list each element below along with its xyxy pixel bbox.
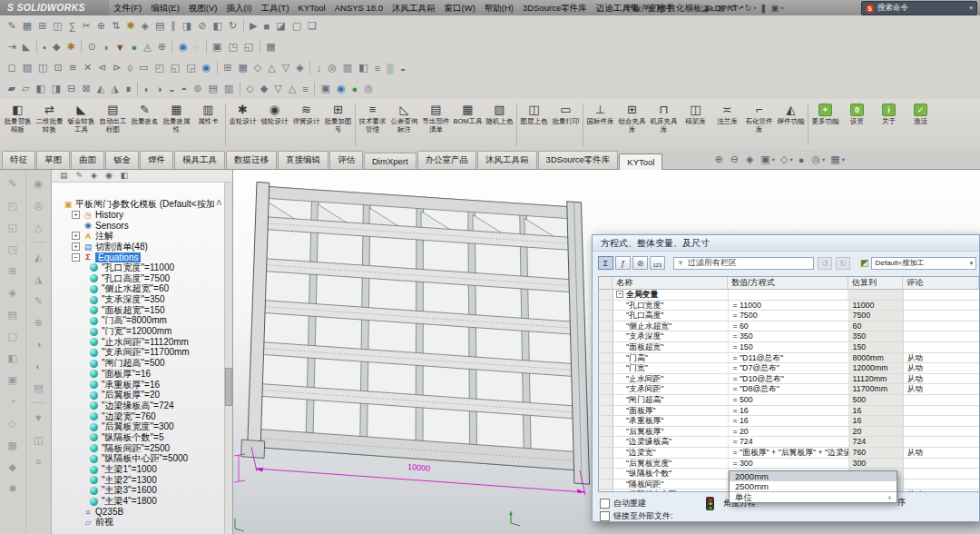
ribbon-button-随机上色[interactable]: ▧随机上色 xyxy=(484,102,515,126)
toolbar-icon[interactable]: ▣ xyxy=(8,369,17,391)
equation-name-cell[interactable]: "门宽" xyxy=(613,363,729,373)
ribbon-button-自动出工程图[interactable]: ▤自动出工程图 xyxy=(97,102,129,134)
toolbar-icon[interactable]: ▧ xyxy=(23,62,32,74)
equations-table[interactable]: 名称数值/方程式估算到评论−全局变量"孔口宽度"= 1100011000"孔口高… xyxy=(598,276,980,492)
tree-scrollbar[interactable] xyxy=(224,183,232,534)
ribbon-button-批量替换模板[interactable]: ◧批量替换模板 xyxy=(2,102,34,134)
ordered-view-button[interactable]: ₁₂₃ xyxy=(650,256,665,270)
comment-cell[interactable]: 从动 xyxy=(904,490,979,492)
comment-cell[interactable] xyxy=(904,331,979,341)
toolbar-icon[interactable]: ▤ xyxy=(208,83,217,94)
equation-value-cell[interactable]: = "D8@总布" xyxy=(729,384,848,394)
toolbar-icon[interactable]: ⊲ xyxy=(98,62,106,74)
toolbar-icon[interactable]: ⊳ xyxy=(113,62,121,74)
ribbon-button-更多功能[interactable]: +更多功能 xyxy=(809,102,841,126)
comment-cell[interactable]: 从动 xyxy=(904,374,979,384)
toolbar-icon[interactable]: ◎ xyxy=(34,194,43,216)
tree-item-front-plane[interactable]: ▱前视 xyxy=(52,518,225,529)
toolbar-icon[interactable]: ◧ xyxy=(35,83,44,94)
comment-cell[interactable] xyxy=(904,406,979,416)
toolbar-icon[interactable]: ◆ xyxy=(9,456,16,478)
tree-equation-item[interactable]: "承重板厚"=16 xyxy=(52,380,225,391)
toolbar-icon[interactable]: ■ xyxy=(264,21,270,32)
tab-钣金[interactable]: 钣金 xyxy=(105,151,139,169)
equation-row[interactable]: "门宽"= "D7@总布"12000mm从动 xyxy=(599,363,979,374)
toolbar-icon[interactable]: ▦ xyxy=(23,20,32,32)
equation-row[interactable]: "面板厚"= 1616 xyxy=(599,406,979,417)
toolbar-icon[interactable]: ◈ xyxy=(296,62,303,74)
view-tool-icon[interactable]: ◈ xyxy=(746,153,753,165)
undo-button[interactable]: ↺ xyxy=(818,257,832,270)
tree-equation-item[interactable]: "纵隔板个数"=5 xyxy=(52,432,225,443)
tab-KYTool[interactable]: KYTool xyxy=(619,153,662,170)
tree-equation-item[interactable]: "面板厚"=16 xyxy=(52,369,225,380)
toolbar-icon[interactable]: ⇅ xyxy=(112,20,120,32)
expander-icon[interactable]: + xyxy=(72,232,80,240)
toolbar-icon[interactable]: ✎ xyxy=(8,20,16,32)
toolbar-icon[interactable]: ❏ xyxy=(308,20,317,32)
scrollbar-thumb[interactable] xyxy=(225,368,232,406)
row-selector[interactable] xyxy=(599,448,613,458)
equation-row[interactable]: "边梁宽"= "面板厚" + "后翼板厚" + "边梁缘板高"760从动 xyxy=(599,448,979,459)
equation-row[interactable]: "门高"= "D11@总布"8000mm从动 xyxy=(599,353,979,364)
equation-value-cell[interactable]: = 16 xyxy=(729,406,848,416)
ribbon-button-批量打印[interactable]: ▭批量打印 xyxy=(550,102,582,126)
ribbon-button-国标件库[interactable]: ⊥国标件库 xyxy=(584,102,616,126)
comment-cell[interactable] xyxy=(904,342,979,352)
menu-item-插入(I)[interactable]: 插入(I) xyxy=(221,0,256,15)
toolbar-icon[interactable]: ⊟ xyxy=(67,83,75,94)
toolbar-icon[interactable]: ▦ xyxy=(8,434,17,456)
row-selector[interactable] xyxy=(599,459,613,469)
equation-value-cell[interactable]: = 150 xyxy=(729,342,848,352)
equation-name-cell[interactable]: "边梁宽" xyxy=(613,448,729,458)
row-selector[interactable] xyxy=(599,406,613,416)
toolbar-icon[interactable]: ◐ xyxy=(35,355,42,377)
ribbon-button-批量改属性[interactable]: ▦批量改属性 xyxy=(161,102,192,134)
equation-name-cell[interactable]: "面板厚" xyxy=(613,406,729,416)
comment-cell[interactable] xyxy=(904,459,979,469)
toolbar-icon[interactable]: ◓ xyxy=(181,84,188,94)
view-tool-icon[interactable]: ⊕ xyxy=(714,153,722,165)
toolbar-icon[interactable]: ● xyxy=(352,84,358,94)
tab-3DSource零件库[interactable]: 3DSource零件库 xyxy=(538,151,619,169)
toolbar-icon[interactable]: ◇ xyxy=(9,412,16,434)
toolbar-icon[interactable]: ▼ xyxy=(34,407,44,429)
expander-icon[interactable]: − xyxy=(72,253,80,262)
toolbar-icon[interactable]: ◨ xyxy=(52,83,61,94)
ribbon-button-钣金转换工具[interactable]: ◣钣金转换工具 xyxy=(65,102,97,134)
toolbar-icon[interactable]: ▤ xyxy=(155,20,164,32)
row-selector[interactable] xyxy=(599,321,613,331)
toolbar-icon[interactable]: ● xyxy=(132,42,138,53)
toolbar-icon[interactable]: ▥ xyxy=(343,62,352,74)
row-selector[interactable] xyxy=(599,480,613,490)
comment-cell[interactable] xyxy=(904,311,979,321)
row-selector[interactable] xyxy=(599,353,613,363)
view-tool-icon[interactable]: ▦ xyxy=(830,153,839,165)
equation-value-cell[interactable]: = 350 xyxy=(729,331,848,341)
toolbar-icon[interactable]: ≡ xyxy=(375,63,380,74)
toolbar-icon[interactable]: ◈ xyxy=(9,282,16,303)
toolbar-icon[interactable]: ▭ xyxy=(139,62,148,74)
ribbon-button-关于[interactable]: i关于 xyxy=(873,102,905,126)
toolbar-icon[interactable]: ↻ xyxy=(229,20,237,32)
menu-item-视图(V)[interactable]: 视图(V) xyxy=(184,0,222,15)
toolbar-icon[interactable]: ⊙ xyxy=(88,41,96,53)
menu-item-KYTool[interactable]: KYTool xyxy=(294,0,330,15)
column-header-名称[interactable]: 名称 xyxy=(612,277,728,289)
toolbar-icon[interactable]: ◪ xyxy=(276,20,285,32)
toolbar-icon[interactable]: △ xyxy=(289,83,296,94)
quick-access-icon[interactable]: ❚ xyxy=(760,3,768,13)
panel-tab-icon[interactable]: ▤ xyxy=(60,171,68,180)
toolbar-icon[interactable]: ◌ xyxy=(194,42,201,53)
menu-item-帮助(H)[interactable]: 帮助(H) xyxy=(480,0,518,15)
toolbar-icon[interactable]: ◬ xyxy=(143,41,151,53)
equation-row[interactable]: "支承深度"= 350350 xyxy=(599,331,979,342)
comment-cell[interactable] xyxy=(904,480,979,490)
toolbar-icon[interactable]: ▤ xyxy=(8,303,17,325)
toolbar-icon[interactable]: ⊕ xyxy=(158,41,166,53)
ribbon-button-批量加图号[interactable]: ⊞批量加图号 xyxy=(322,102,354,134)
equation-name-cell[interactable]: "纵隔板个数" xyxy=(613,469,729,479)
dropdown-arrow-icon[interactable]: ▾ xyxy=(780,5,783,11)
tree-equation-item[interactable]: "门高"=8000mm xyxy=(52,316,225,327)
tree-root-item[interactable]: ▣平板闸门参数化模板 (Default<按加 xyxy=(52,199,225,210)
